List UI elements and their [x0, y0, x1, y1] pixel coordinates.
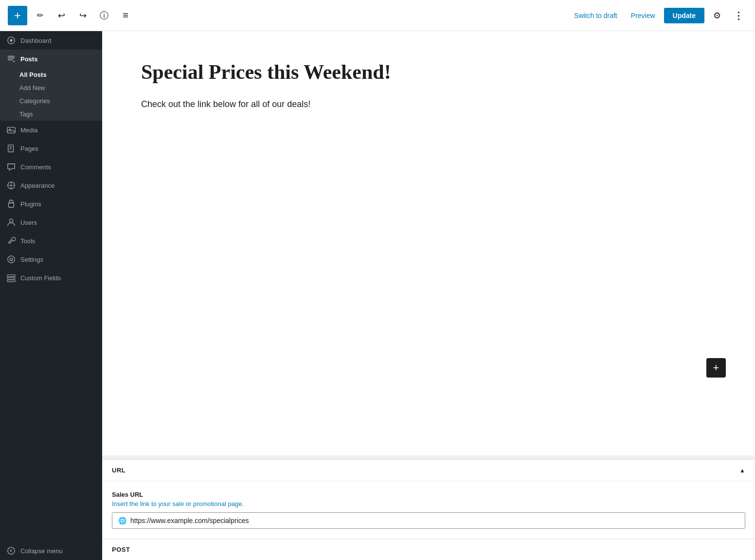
editor-area[interactable]: Special Prices this Weekend! Check out t… [102, 31, 755, 455]
svg-rect-4 [8, 59, 13, 60]
undo-button[interactable] [53, 7, 70, 24]
list-icon [123, 10, 128, 21]
sidebar-item-add-new[interactable]: Add New [0, 81, 102, 94]
svg-rect-15 [7, 275, 15, 277]
sidebar-label-pages: Pages [20, 145, 38, 152]
toolbar-left: + [8, 6, 565, 25]
toolbar-right: Switch to draft Preview Update [569, 7, 747, 24]
sales-url-hint: Insert the link to your sale or promotio… [112, 500, 745, 507]
collapse-icon [7, 546, 16, 555]
svg-rect-3 [8, 57, 15, 58]
url-panel-header: URL ▲ [102, 460, 755, 481]
add-new-label: Add New [19, 84, 45, 91]
settings-button[interactable] [708, 7, 726, 24]
svg-rect-2 [8, 56, 15, 57]
svg-point-1 [10, 39, 12, 41]
sidebar-item-categories[interactable]: Categories [0, 94, 102, 108]
sidebar-label-tools: Tools [20, 237, 35, 245]
sidebar-item-tools[interactable]: Tools [0, 232, 102, 250]
switch-to-draft-button[interactable]: Switch to draft [569, 9, 622, 22]
sidebar-item-collapse[interactable]: Collapse menu [0, 542, 102, 560]
svg-rect-11 [9, 200, 13, 203]
more-icon [734, 10, 743, 21]
sidebar-item-plugins[interactable]: Plugins [0, 195, 102, 213]
all-posts-label: All Posts [19, 71, 47, 78]
redo-icon [79, 10, 87, 21]
custom-fields-icon [7, 273, 16, 282]
plugins-icon [7, 199, 16, 208]
more-options-button[interactable] [730, 7, 747, 24]
categories-label: Categories [19, 97, 50, 105]
sidebar-label-collapse: Collapse menu [20, 547, 63, 555]
svg-point-14 [9, 219, 13, 222]
settings-icon [7, 255, 16, 264]
update-button[interactable]: Update [664, 8, 704, 23]
posts-icon [7, 54, 16, 63]
sidebar-item-media[interactable]: Media [0, 121, 102, 139]
post-title[interactable]: Special Prices this Weekend! [141, 60, 716, 84]
appearance-icon [7, 181, 16, 190]
info-icon [100, 10, 108, 21]
sidebar-label-custom-fields: Custom Fields [20, 274, 61, 282]
sidebar-label-users: Users [20, 219, 37, 226]
redo-button[interactable] [74, 7, 91, 24]
undo-icon [58, 10, 65, 21]
svg-point-18 [8, 547, 15, 554]
sidebar-label-posts: Posts [20, 55, 37, 63]
url-panel-body: Sales URL Insert the link to your sale o… [102, 481, 755, 539]
dashboard-icon [7, 36, 16, 45]
post-panel: Post [102, 539, 755, 560]
sidebar-item-dashboard[interactable]: Dashboard [0, 31, 102, 50]
sidebar-item-custom-fields[interactable]: Custom Fields [0, 269, 102, 287]
list-view-button[interactable] [117, 7, 134, 24]
url-panel: URL ▲ Sales URL Insert the link to your … [102, 459, 755, 539]
svg-rect-16 [7, 277, 15, 279]
url-input-wrap: 🌐 [112, 512, 745, 529]
post-panel-title: Post [102, 539, 755, 560]
url-panel-title: URL [112, 467, 126, 474]
add-block-button[interactable]: + [8, 6, 27, 25]
posts-submenu: All Posts Add New Categories Tags [0, 68, 102, 121]
sidebar-item-comments[interactable]: Comments [0, 158, 102, 176]
pencil-icon [37, 11, 43, 20]
globe-icon: 🌐 [118, 517, 126, 524]
sidebar: Dashboard Posts All Posts Add New Catego… [0, 31, 102, 560]
sidebar-label-settings: Settings [20, 256, 43, 263]
pages-icon [7, 144, 16, 153]
add-block-inline-button[interactable]: + [706, 358, 726, 378]
info-button[interactable] [95, 7, 113, 24]
sidebar-label-plugins: Plugins [20, 200, 41, 208]
sidebar-item-all-posts[interactable]: All Posts [0, 68, 102, 81]
sidebar-label-media: Media [20, 126, 37, 134]
svg-rect-7 [8, 145, 14, 152]
toolbar: + Switch to draft Preview Update [0, 0, 755, 31]
sidebar-item-users[interactable]: Users [0, 213, 102, 232]
preview-button[interactable]: Preview [626, 9, 660, 22]
sidebar-item-tags[interactable]: Tags [0, 108, 102, 121]
media-icon [7, 126, 16, 134]
sidebar-label-appearance: Appearance [20, 182, 54, 189]
url-panel-collapse-button[interactable]: ▲ [739, 467, 745, 474]
gear-icon [713, 10, 721, 21]
tools-icon [7, 236, 16, 245]
comments-icon [7, 163, 16, 171]
users-icon [7, 218, 16, 227]
sidebar-label-comments: Comments [20, 163, 51, 171]
layout: Dashboard Posts All Posts Add New Catego… [0, 31, 755, 560]
sidebar-label-dashboard: Dashboard [20, 37, 52, 44]
sidebar-item-appearance[interactable]: Appearance [0, 176, 102, 195]
post-body[interactable]: Check out the link below for all of our … [141, 97, 716, 111]
edit-button[interactable] [31, 7, 49, 24]
sidebar-item-pages[interactable]: Pages [0, 139, 102, 158]
sidebar-item-settings[interactable]: Settings [0, 250, 102, 269]
sales-url-input[interactable] [130, 517, 739, 524]
sales-url-label: Sales URL [112, 491, 745, 498]
main-content: Special Prices this Weekend! Check out t… [102, 31, 755, 560]
tags-label: Tags [19, 110, 33, 118]
sidebar-item-posts[interactable]: Posts [0, 50, 102, 68]
svg-rect-17 [7, 280, 15, 282]
svg-rect-5 [7, 127, 15, 133]
